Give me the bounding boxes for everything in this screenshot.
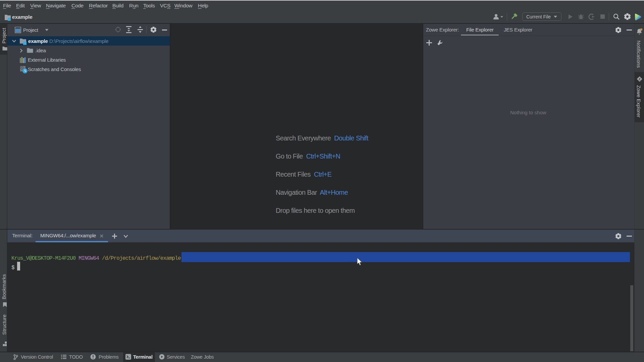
svg-text:Z: Z <box>639 77 641 81</box>
